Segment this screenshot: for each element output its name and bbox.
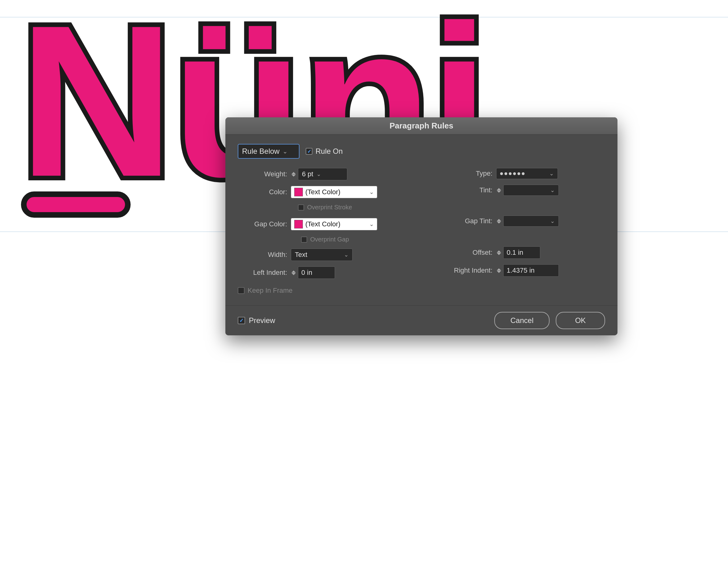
left-indent-stepper-btn[interactable]: [291, 270, 296, 276]
dot-3: [509, 172, 511, 175]
rule-type-chevron-icon: ⌄: [283, 148, 288, 155]
weight-label: Weight:: [238, 170, 287, 178]
gap-tint-dropdown[interactable]: ⌄: [503, 216, 559, 227]
dot-pattern: [500, 172, 524, 175]
offset-label: Offset:: [431, 249, 492, 257]
keep-in-frame-label: Keep In Frame: [248, 287, 293, 295]
width-chevron-icon: ⌄: [344, 251, 349, 258]
gap-tint-up-icon: [497, 219, 501, 221]
keep-in-frame-checkbox[interactable]: [238, 287, 245, 294]
weight-chevron-icon: ⌄: [316, 171, 321, 178]
offset-down-icon: [497, 253, 501, 255]
form-columns: Weight: 6 pt ⌄: [238, 168, 605, 279]
artwork-underline: [21, 192, 130, 218]
tint-stepper-btn[interactable]: [496, 188, 502, 193]
dialog-title: Paragraph Rules: [390, 121, 453, 130]
right-indent-up-icon: [497, 268, 501, 271]
left-indent-input[interactable]: 0 in: [298, 266, 335, 279]
left-indent-row: Left Indent: 0 in: [238, 266, 412, 279]
right-indent-stepper-btn[interactable]: [496, 268, 502, 274]
overprint-gap-checkbox[interactable]: [301, 237, 307, 243]
tint-chevron-icon: ⌄: [550, 187, 555, 194]
tint-up-icon: [497, 188, 501, 190]
dot-2: [504, 172, 507, 175]
weight-row: Weight: 6 pt ⌄: [238, 168, 412, 180]
tint-stepper: ⌄: [496, 185, 559, 196]
gap-color-dropdown[interactable]: (Text Color) ⌄: [291, 218, 377, 230]
gap-color-label: Gap Color:: [238, 220, 287, 228]
gap-tint-stepper-btn[interactable]: [496, 218, 502, 224]
preview-checkbox[interactable]: [238, 317, 245, 324]
right-indent-input[interactable]: 1.4375 in: [503, 264, 559, 277]
weight-stepper: 6 pt ⌄: [291, 168, 347, 180]
overprint-stroke-checkbox[interactable]: [298, 205, 304, 211]
rule-type-dropdown[interactable]: Rule Below ⌄: [238, 144, 300, 159]
offset-up-icon: [497, 250, 501, 253]
tint-dropdown[interactable]: ⌄: [503, 185, 559, 196]
right-indent-row: Right Indent: 1.4375 in: [431, 264, 605, 277]
paragraph-rules-dialog: Paragraph Rules Rule Below ⌄ Rule On: [226, 117, 618, 335]
rule-selector-row: Rule Below ⌄ Rule On: [238, 144, 605, 159]
preview-group: Preview: [238, 316, 275, 325]
overprint-gap-label: Overprint Gap: [310, 236, 349, 243]
dialog-content: Rule Below ⌄ Rule On Weight:: [226, 134, 618, 305]
width-dropdown[interactable]: Text ⌄: [291, 249, 353, 261]
dot-4: [513, 172, 516, 175]
button-group: Cancel OK: [494, 312, 605, 329]
right-indent-stepper: 1.4375 in: [496, 264, 559, 277]
form-right-col: Type: ⌄: [431, 168, 605, 279]
rule-on-checkbox[interactable]: [306, 148, 312, 155]
overprint-gap-row: Overprint Gap: [238, 236, 412, 243]
weight-down-arrow-icon: [292, 175, 296, 177]
tint-down-icon: [497, 191, 501, 193]
gap-tint-row: Gap Tint: ⌄: [431, 216, 605, 227]
color-label: Color:: [238, 188, 287, 196]
color-row: Color: (Text Color) ⌄: [238, 186, 412, 198]
tint-row: Tint: ⌄: [431, 185, 605, 196]
left-indent-up-icon: [292, 271, 296, 273]
offset-stepper-btn[interactable]: [496, 250, 502, 256]
type-chevron-icon: ⌄: [549, 170, 554, 177]
weight-stepper-btn[interactable]: [291, 172, 296, 177]
weight-input[interactable]: 6 pt ⌄: [298, 168, 347, 180]
gap-tint-label: Gap Tint:: [431, 217, 492, 225]
ok-button[interactable]: OK: [556, 312, 605, 329]
spacer-overprint: [431, 201, 605, 210]
left-indent-label: Left Indent:: [238, 269, 287, 277]
dot-6: [522, 172, 524, 175]
rule-on-label: Rule On: [316, 147, 343, 156]
right-indent-label: Right Indent:: [431, 266, 492, 275]
gap-tint-chevron-icon: ⌄: [550, 218, 555, 225]
gap-color-chevron-icon: ⌄: [369, 221, 374, 228]
dot-1: [500, 172, 503, 175]
weight-value: 6 pt: [302, 170, 313, 178]
dot-5: [517, 172, 520, 175]
overprint-stroke-row: Overprint Stroke: [238, 204, 412, 211]
type-dropdown[interactable]: ⌄: [496, 168, 558, 179]
type-row: Type: ⌄: [431, 168, 605, 179]
rule-on-group: Rule On: [306, 147, 343, 156]
color-value: (Text Color): [305, 188, 367, 196]
color-swatch: [294, 188, 303, 196]
offset-stepper: 0.1 in: [496, 246, 540, 259]
form-left-col: Weight: 6 pt ⌄: [238, 168, 412, 279]
weight-up-arrow-icon: [292, 172, 296, 174]
gap-color-row: Gap Color: (Text Color) ⌄: [238, 217, 412, 230]
gap-tint-stepper: ⌄: [496, 216, 559, 227]
left-indent-stepper: 0 in: [291, 266, 335, 279]
type-label: Type:: [431, 170, 492, 178]
offset-row: Offset: 0.1 in: [431, 246, 605, 259]
color-dropdown[interactable]: (Text Color) ⌄: [291, 186, 377, 198]
gap-color-swatch: [294, 220, 303, 229]
gap-color-value: (Text Color): [305, 220, 367, 228]
canvas: Nüni Paragraph Rules Rule Below ⌄ Rule O…: [0, 0, 728, 570]
cancel-button[interactable]: Cancel: [494, 312, 550, 329]
preview-label: Preview: [249, 316, 275, 325]
keep-in-frame-row: Keep In Frame: [238, 287, 605, 295]
tint-label: Tint:: [431, 186, 492, 194]
width-row: Width: Text ⌄: [238, 249, 412, 261]
dialog-footer: Preview Cancel OK: [226, 305, 618, 335]
offset-input[interactable]: 0.1 in: [503, 246, 540, 259]
width-value: Text: [295, 251, 307, 259]
dialog-titlebar: Paragraph Rules: [226, 117, 618, 134]
